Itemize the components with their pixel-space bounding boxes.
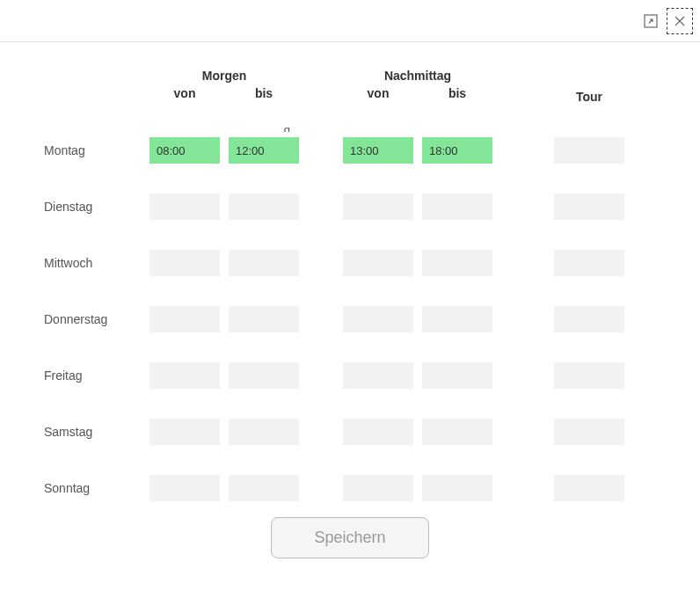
tour-input[interactable]	[554, 193, 624, 220]
morning-to-input[interactable]	[229, 306, 299, 332]
morning-to-input[interactable]	[229, 193, 299, 220]
header-morning-from: von	[149, 86, 220, 107]
afternoon-from-input[interactable]	[343, 306, 413, 332]
day-row: Samstag	[44, 419, 656, 445]
header-afternoon-to: bis	[422, 86, 492, 107]
day-label: Freitag	[44, 369, 149, 383]
morning-from-input[interactable]	[149, 306, 220, 332]
header-afternoon-from: von	[343, 86, 413, 107]
afternoon-to-input[interactable]	[422, 306, 492, 332]
day-row: Sonntag	[44, 475, 656, 501]
day-label: Samstag	[44, 425, 149, 439]
afternoon-from-input[interactable]	[343, 193, 413, 220]
header-morning-to: bis	[229, 86, 299, 107]
afternoon-from-input[interactable]	[343, 250, 413, 276]
dialog-header	[0, 0, 700, 42]
truncated-label: g	[229, 123, 299, 132]
morning-from-input[interactable]	[149, 250, 220, 276]
schedule-editor: Morgen Nachmittag von bis von bis Tour g…	[0, 42, 700, 576]
day-row: Montag08:0012:0013:0018:00	[44, 137, 656, 164]
morning-to-input[interactable]	[229, 362, 299, 389]
morning-from-input[interactable]	[149, 475, 220, 501]
afternoon-from-input[interactable]	[343, 475, 413, 501]
afternoon-from-input[interactable]	[343, 419, 413, 445]
header-morning: Morgen	[149, 69, 299, 83]
tour-input[interactable]	[554, 137, 624, 164]
day-row: Dienstag	[44, 193, 656, 220]
expand-icon[interactable]	[638, 9, 663, 33]
day-row: Donnerstag	[44, 306, 656, 332]
morning-from-input[interactable]	[149, 362, 220, 389]
afternoon-to-input[interactable]	[422, 475, 492, 501]
morning-to-input[interactable]	[229, 475, 299, 501]
morning-to-input[interactable]	[229, 250, 299, 276]
morning-from-input[interactable]	[149, 193, 220, 220]
afternoon-to-input[interactable]	[422, 193, 492, 220]
tour-input[interactable]	[554, 250, 624, 276]
afternoon-to-input[interactable]	[422, 362, 492, 389]
header-afternoon: Nachmittag	[343, 69, 492, 83]
morning-from-input[interactable]: 08:00	[149, 137, 220, 164]
morning-to-input[interactable]	[229, 419, 299, 445]
morning-to-input[interactable]: 12:00	[229, 137, 299, 164]
header-tour: Tour	[554, 90, 624, 104]
afternoon-to-input[interactable]	[422, 419, 492, 445]
afternoon-from-input[interactable]	[343, 362, 413, 389]
tour-input[interactable]	[554, 362, 624, 389]
day-row: Mittwoch	[44, 250, 656, 276]
day-label: Donnerstag	[44, 312, 149, 326]
afternoon-to-input[interactable]: 18:00	[422, 137, 492, 164]
tour-input[interactable]	[554, 419, 624, 445]
day-label: Montag	[44, 143, 149, 157]
day-label: Sonntag	[44, 481, 149, 495]
day-label: Dienstag	[44, 200, 149, 214]
afternoon-from-input[interactable]: 13:00	[343, 137, 413, 164]
morning-from-input[interactable]	[149, 419, 220, 445]
close-icon[interactable]	[667, 8, 693, 34]
tour-input[interactable]	[554, 475, 624, 501]
tour-input[interactable]	[554, 306, 624, 332]
afternoon-to-input[interactable]	[422, 250, 492, 276]
day-label: Mittwoch	[44, 256, 149, 270]
save-button[interactable]: Speichern	[271, 517, 428, 558]
day-row: Freitag	[44, 362, 656, 389]
